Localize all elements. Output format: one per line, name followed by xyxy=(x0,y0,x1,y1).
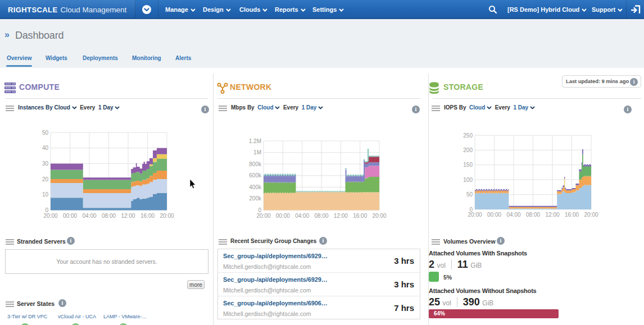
svg-text:20:00: 20:00 xyxy=(584,212,598,218)
svg-text:12:00: 12:00 xyxy=(334,213,348,219)
svg-text:16:00: 16:00 xyxy=(565,212,579,218)
svg-text:08:00: 08:00 xyxy=(526,212,540,218)
svg-text:30: 30 xyxy=(42,161,49,167)
svg-text:04:00: 04:00 xyxy=(295,213,309,219)
svg-text:08:00: 08:00 xyxy=(102,213,116,219)
svg-text:04:00: 04:00 xyxy=(506,212,520,218)
svg-text:00:00: 00:00 xyxy=(63,213,77,219)
svg-text:20: 20 xyxy=(42,176,49,182)
svg-text:20:00: 20:00 xyxy=(43,213,57,219)
svg-text:250: 250 xyxy=(463,132,473,139)
svg-text:600k: 600k xyxy=(249,172,262,178)
svg-text:12:00: 12:00 xyxy=(545,212,559,218)
svg-text:100: 100 xyxy=(463,177,473,183)
svg-text:20:00: 20:00 xyxy=(468,212,482,218)
svg-text:16:00: 16:00 xyxy=(140,213,155,219)
svg-text:150: 150 xyxy=(463,162,473,168)
svg-text:00:00: 00:00 xyxy=(487,212,501,218)
svg-text:04:00: 04:00 xyxy=(82,213,96,219)
svg-text:12:00: 12:00 xyxy=(121,213,135,219)
svg-text:800k: 800k xyxy=(249,161,262,167)
svg-text:00:00: 00:00 xyxy=(276,213,290,219)
svg-text:40: 40 xyxy=(42,145,49,151)
svg-text:20:00: 20:00 xyxy=(160,213,174,219)
svg-text:50: 50 xyxy=(42,130,49,136)
svg-text:400k: 400k xyxy=(249,184,262,190)
svg-text:1.2M: 1.2M xyxy=(249,138,261,144)
svg-text:16:00: 16:00 xyxy=(353,213,367,219)
svg-text:20:00: 20:00 xyxy=(256,213,270,219)
svg-text:200k: 200k xyxy=(249,195,262,202)
svg-text:1M: 1M xyxy=(253,149,261,155)
svg-text:50: 50 xyxy=(466,191,473,198)
svg-text:10: 10 xyxy=(42,191,49,198)
svg-text:20:00: 20:00 xyxy=(372,213,386,219)
svg-text:08:00: 08:00 xyxy=(314,213,328,219)
svg-text:200: 200 xyxy=(463,147,473,153)
